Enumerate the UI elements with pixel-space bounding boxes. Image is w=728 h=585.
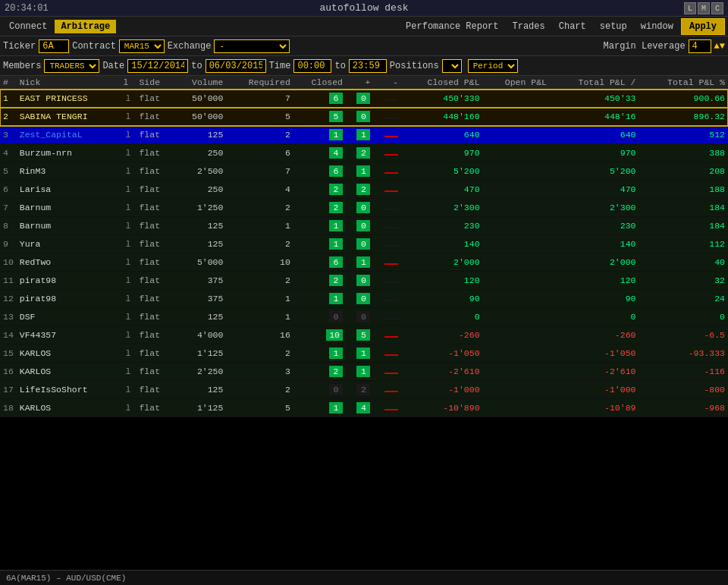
wc-l[interactable]: L bbox=[684, 2, 696, 14]
cell-total-pnl: 2'000 bbox=[550, 253, 639, 272]
table-row[interactable]: 6 Larisa l flat 250 4 2 2 470 470 188 bbox=[0, 181, 728, 199]
cell-side: flat bbox=[136, 381, 174, 399]
cell-side: flat bbox=[136, 253, 174, 272]
time-to-input[interactable] bbox=[349, 59, 387, 73]
col-side: Side bbox=[136, 76, 174, 90]
contract-select[interactable]: MAR15 bbox=[119, 39, 165, 53]
table-row[interactable]: 8 Barnum l flat 125 1 1 0 230 230 184 bbox=[0, 217, 728, 235]
cell-required: 3 bbox=[226, 363, 293, 381]
cell-open-pnl bbox=[483, 90, 550, 108]
time-from-input[interactable] bbox=[293, 59, 331, 73]
table-row[interactable]: 4 Burzum-nrn l flat 250 6 4 2 970 970 38… bbox=[0, 144, 728, 162]
table-row[interactable]: 7 Barnum l flat 1'250 2 2 0 2'300 2'300 … bbox=[0, 199, 728, 217]
cell-total-pnl: 448'16 bbox=[550, 108, 639, 126]
members-label: Members bbox=[3, 61, 41, 71]
ticker-input[interactable] bbox=[39, 39, 69, 53]
cell-open-pnl bbox=[483, 381, 550, 399]
cell-num: 11 bbox=[0, 272, 17, 290]
cell-open-pnl bbox=[483, 344, 550, 363]
table-row[interactable]: 9 Yura l flat 125 2 1 0 140 140 112 bbox=[0, 235, 728, 253]
cell-volume: 1'125 bbox=[174, 399, 226, 417]
date-to-label: to bbox=[191, 61, 202, 71]
cell-open-pnl bbox=[483, 144, 550, 162]
cell-total-pnl: 0 bbox=[550, 308, 639, 326]
cell-required: 1 bbox=[226, 308, 293, 326]
cell-volume: 5'000 bbox=[174, 253, 226, 272]
cell-minus bbox=[373, 326, 400, 344]
cell-num: 8 bbox=[0, 217, 17, 235]
ticker-bar: Ticker Contract MAR15 Exchange - Margin … bbox=[0, 36, 728, 56]
cell-total-pct: 184 bbox=[639, 217, 728, 235]
col-closed: Closed bbox=[293, 76, 346, 90]
cell-total-pct: 24 bbox=[639, 290, 728, 308]
col-plus: + bbox=[346, 76, 373, 90]
cell-l: l bbox=[121, 381, 136, 399]
members-select[interactable]: TRADERS bbox=[44, 59, 99, 73]
table-row[interactable]: 2 SABINA TENGRI l flat 50'000 5 5 0 448'… bbox=[0, 108, 728, 126]
table-row[interactable]: 15 KARLOS l flat 1'125 2 1 1 -1'050 -1'0… bbox=[0, 344, 728, 363]
members-bar: Members TRADERS Date to Time to Position… bbox=[0, 56, 728, 76]
cell-minus bbox=[373, 217, 400, 235]
table-row[interactable]: 12 pirat98 l flat 375 1 1 0 90 90 24 bbox=[0, 290, 728, 308]
col-total-pnl: Total P&L / bbox=[550, 76, 639, 90]
wc-m[interactable]: M bbox=[698, 2, 710, 14]
table-row[interactable]: 5 RinM3 l flat 2'500 7 6 1 5'200 5'200 2… bbox=[0, 162, 728, 181]
menu-window[interactable]: window bbox=[635, 20, 679, 33]
menu-arbitrage[interactable]: Arbitrage bbox=[55, 20, 116, 33]
menu-perf-report[interactable]: Perfomance Report bbox=[400, 20, 504, 33]
cell-closed: 5 bbox=[293, 108, 346, 126]
table-row[interactable]: 14 VF44357 l flat 4'000 16 10 5 -260 -26… bbox=[0, 326, 728, 344]
cell-closed: 1 bbox=[293, 399, 346, 417]
window-controls[interactable]: L M C bbox=[684, 2, 723, 14]
cell-side: flat bbox=[136, 326, 174, 344]
menu-chart[interactable]: Chart bbox=[553, 20, 592, 33]
menu-connect[interactable]: Connect bbox=[3, 20, 53, 33]
cell-closed-pnl: 5'200 bbox=[401, 162, 483, 181]
cell-l: l bbox=[121, 344, 136, 363]
cell-open-pnl bbox=[483, 290, 550, 308]
table-row[interactable]: 13 DSF l flat 125 1 0 0 0 0 0 bbox=[0, 308, 728, 326]
cell-closed: 2 bbox=[293, 199, 346, 217]
table-row[interactable]: 1 EAST PRINCESS l flat 50'000 7 6 0 450'… bbox=[0, 90, 728, 108]
table-row[interactable]: 16 KARLOS l flat 2'250 3 2 1 -2'610 -2'6… bbox=[0, 363, 728, 381]
cell-minus bbox=[373, 272, 400, 290]
cell-required: 4 bbox=[226, 181, 293, 199]
cell-num: 16 bbox=[0, 363, 17, 381]
cell-volume: 4'000 bbox=[174, 326, 226, 344]
apply-button[interactable]: Apply bbox=[681, 18, 725, 35]
period-select[interactable]: Period bbox=[468, 59, 518, 73]
menu-trades[interactable]: Trades bbox=[507, 20, 551, 33]
cell-open-pnl bbox=[483, 108, 550, 126]
cell-num: 10 bbox=[0, 253, 17, 272]
cell-closed-pnl: -1'050 bbox=[401, 344, 483, 363]
table-row[interactable]: 18 KARLOS l flat 1'125 5 1 4 -10'890 -10… bbox=[0, 399, 728, 417]
cell-nick: KARLOS bbox=[17, 363, 121, 381]
date-to-input[interactable] bbox=[206, 59, 266, 73]
cell-volume: 250 bbox=[174, 144, 226, 162]
cell-closed-pnl: -2'610 bbox=[401, 363, 483, 381]
margin-arrow[interactable]: ▲▼ bbox=[714, 41, 725, 52]
cell-l: l bbox=[121, 399, 136, 417]
cell-closed-pnl: 640 bbox=[401, 126, 483, 144]
cell-l: l bbox=[121, 272, 136, 290]
date-from-input[interactable] bbox=[127, 59, 188, 73]
margin-input[interactable] bbox=[689, 39, 711, 53]
cell-minus bbox=[373, 399, 400, 417]
menu-setup[interactable]: setup bbox=[594, 20, 633, 33]
positions-select[interactable] bbox=[442, 59, 462, 73]
table-row[interactable]: 10 RedTwo l flat 5'000 10 6 1 2'000 2'00… bbox=[0, 253, 728, 272]
cell-nick: pirat98 bbox=[17, 272, 121, 290]
cell-volume: 50'000 bbox=[174, 108, 226, 126]
exchange-select[interactable]: - bbox=[214, 39, 290, 53]
cell-side: flat bbox=[136, 199, 174, 217]
table-row[interactable]: 3 Zest_CapitaL l flat 125 2 1 1 640 640 … bbox=[0, 126, 728, 144]
cell-minus bbox=[373, 199, 400, 217]
table-row[interactable]: 11 pirat98 l flat 375 2 2 0 120 120 32 bbox=[0, 272, 728, 290]
wc-c[interactable]: C bbox=[711, 2, 723, 14]
cell-volume: 125 bbox=[174, 217, 226, 235]
clock: 20:34:01 bbox=[5, 3, 49, 14]
cell-side: flat bbox=[136, 162, 174, 181]
cell-minus bbox=[373, 308, 400, 326]
cell-total-pnl: 120 bbox=[550, 272, 639, 290]
table-row[interactable]: 17 LifeIsSoShort l flat 125 2 0 2 -1'000… bbox=[0, 381, 728, 399]
